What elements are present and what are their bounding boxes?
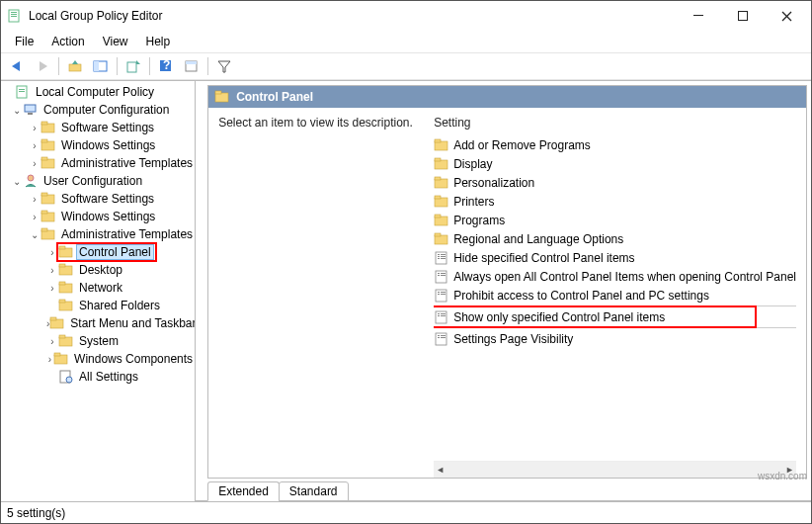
svg-rect-3	[11, 16, 17, 17]
menu-action[interactable]: Action	[43, 33, 92, 50]
tree-label: Desktop	[77, 263, 124, 277]
tab-standard[interactable]: Standard	[279, 481, 349, 501]
list-item[interactable]: Personalization	[434, 173, 796, 192]
svg-rect-34	[41, 193, 47, 196]
tree-label: User Configuration	[41, 174, 144, 188]
minimize-button[interactable]	[676, 2, 720, 30]
policy-icon	[434, 269, 449, 285]
svg-rect-58	[435, 139, 441, 142]
expander-icon[interactable]: ›	[46, 265, 58, 276]
scroll-left-icon[interactable]: ◄	[436, 465, 445, 475]
export-button[interactable]	[122, 55, 145, 77]
back-button[interactable]	[5, 55, 29, 77]
status-bar: 5 setting(s)	[1, 501, 811, 523]
list-item[interactable]: Hide specified Control Panel items	[434, 248, 796, 267]
svg-rect-41	[59, 266, 72, 275]
tab-extended[interactable]: Extended	[207, 481, 280, 501]
list-item-label: Add or Remove Programs	[453, 138, 591, 152]
expander-icon[interactable]: ⌄	[11, 105, 23, 116]
svg-rect-10	[69, 64, 81, 71]
expander-icon[interactable]: ›	[29, 123, 41, 133]
forward-button[interactable]	[31, 55, 54, 77]
expander-icon[interactable]: ⌄	[11, 176, 23, 187]
svg-rect-66	[435, 215, 441, 218]
svg-rect-95	[441, 337, 446, 338]
tree-uc-startmenu[interactable]: › Start Menu and Taskbar	[1, 314, 195, 332]
maximize-button[interactable]	[720, 2, 765, 30]
expander-icon[interactable]: ›	[29, 194, 41, 205]
svg-marker-8	[12, 61, 20, 71]
filter-button[interactable]	[212, 55, 236, 77]
list-item[interactable]: Display	[434, 154, 796, 173]
horizontal-scrollbar[interactable]: ◄►	[434, 461, 796, 478]
tree-cc-admin[interactable]: › Administrative Templates	[1, 154, 195, 172]
properties-button[interactable]	[180, 55, 203, 77]
tree-uc-software[interactable]: › Software Settings	[1, 190, 195, 208]
list-item-highlighted[interactable]: Show only specified Control Panel items	[434, 307, 796, 326]
svg-rect-65	[435, 217, 447, 225]
tree-uc-desktop[interactable]: › Desktop	[1, 261, 195, 279]
tree-cc-windows[interactable]: › Windows Settings	[1, 136, 195, 154]
svg-rect-93	[438, 337, 440, 338]
list-item-label: Regional and Language Options	[453, 232, 623, 246]
show-hide-tree-button[interactable]	[89, 55, 113, 77]
svg-rect-43	[59, 284, 72, 293]
menu-view[interactable]: View	[95, 33, 136, 50]
close-button[interactable]	[765, 2, 809, 30]
svg-point-54	[66, 377, 72, 383]
tree-cc-software[interactable]: › Software Settings	[1, 119, 195, 136]
expander-icon[interactable]: ›	[29, 158, 41, 169]
list-item[interactable]: Printers	[434, 192, 796, 211]
tree-label: Network	[77, 281, 124, 295]
expander-icon[interactable]: ›	[29, 140, 41, 151]
expander-icon[interactable]: ›	[46, 336, 58, 347]
tree-label: Local Computer Policy	[34, 85, 156, 99]
tree-label: Control Panel	[77, 245, 153, 259]
tree-user-config[interactable]: ⌄ User Configuration	[1, 172, 195, 190]
svg-rect-22	[19, 89, 25, 90]
tree-uc-shared[interactable]: Shared Folders	[1, 297, 195, 314]
settings-list[interactable]: Add or Remove Programs Display Personali…	[434, 135, 796, 461]
tree-uc-admin[interactable]: ⌄ Administrative Templates	[1, 225, 195, 243]
folder-icon	[434, 175, 449, 191]
svg-rect-79	[441, 273, 446, 274]
tree-uc-network[interactable]: › Network	[1, 279, 195, 297]
tree-uc-allsettings[interactable]: All Settings	[1, 368, 195, 386]
folder-icon	[58, 244, 74, 260]
expander-icon[interactable]: ›	[46, 354, 53, 365]
tree-uc-wincomp[interactable]: › Windows Components	[1, 350, 195, 368]
tree-pane[interactable]: Local Computer Policy ⌄ Computer Configu…	[1, 81, 196, 501]
svg-rect-59	[435, 160, 447, 169]
list-item[interactable]: Prohibit access to Control Panel and PC …	[434, 286, 796, 305]
tree-computer-config[interactable]: ⌄ Computer Configuration	[1, 101, 195, 119]
svg-rect-47	[50, 319, 63, 328]
tree-root[interactable]: Local Computer Policy	[1, 83, 195, 101]
svg-marker-20	[218, 61, 230, 72]
policy-icon	[434, 309, 449, 325]
tree-uc-system[interactable]: › System	[1, 332, 195, 350]
list-item[interactable]: Regional and Language Options	[434, 229, 796, 248]
list-item[interactable]: Add or Remove Programs	[434, 135, 796, 154]
column-header-setting[interactable]: Setting	[434, 116, 796, 135]
svg-rect-70	[438, 254, 440, 255]
up-button[interactable]	[63, 55, 87, 77]
svg-rect-74	[441, 256, 446, 257]
tree-uc-windows[interactable]: › Windows Settings	[1, 208, 195, 225]
list-item[interactable]: Always open All Control Panel Items when…	[434, 267, 796, 286]
svg-rect-27	[41, 122, 47, 125]
svg-rect-44	[59, 282, 65, 285]
expander-icon[interactable]: ›	[29, 212, 41, 222]
list-item-label: Printers	[453, 195, 494, 209]
menu-file[interactable]: File	[7, 33, 41, 50]
list-item[interactable]: Programs	[434, 211, 796, 229]
svg-rect-49	[59, 337, 72, 346]
menu-help[interactable]: Help	[138, 33, 179, 50]
list-item[interactable]: Settings Page Visibility	[434, 329, 796, 348]
svg-rect-1	[11, 12, 17, 13]
svg-rect-26	[41, 124, 54, 132]
expander-icon[interactable]: ⌄	[29, 229, 41, 240]
help-button[interactable]: ?	[154, 55, 178, 77]
tree-uc-control-panel[interactable]: › Control Panel	[1, 243, 195, 261]
expander-icon[interactable]: ›	[46, 283, 58, 294]
svg-rect-40	[59, 246, 65, 249]
